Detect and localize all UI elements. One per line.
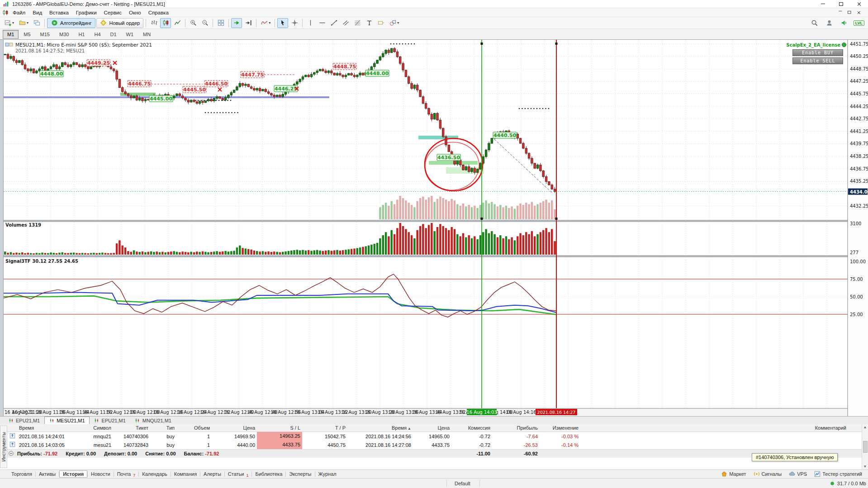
column-header-time2[interactable]: Время▲ xyxy=(347,425,413,431)
window-list-button[interactable] xyxy=(31,18,42,28)
column-header-change[interactable]: Изменение xyxy=(540,425,580,431)
order-button[interactable]: Новый ордер xyxy=(96,18,144,28)
column-header-time[interactable]: Время xyxy=(17,425,81,431)
timeframe-H4[interactable]: H4 xyxy=(90,30,105,39)
chart-shift-button[interactable] xyxy=(243,18,254,28)
price-label-sell[interactable]: 4445.50 xyxy=(183,86,206,93)
crosshair-button[interactable] xyxy=(289,18,300,28)
time-axis[interactable]: 16 Aug 202116 Aug 11:2816 Aug 11:3616 Au… xyxy=(4,408,868,416)
algo-button[interactable]: Алготрейдинг xyxy=(47,18,95,28)
menu-view[interactable]: Вид xyxy=(29,9,46,16)
toolbox-tab-experts[interactable]: Эксперты xyxy=(286,471,314,477)
line-chart-button[interactable] xyxy=(172,18,183,28)
timeframe-W1[interactable]: W1 xyxy=(122,30,138,39)
minimize-button[interactable] xyxy=(814,0,832,8)
column-header-price[interactable]: Цена xyxy=(212,425,257,431)
toolbox-tab-calendar[interactable]: Календарь xyxy=(139,471,171,477)
line-handle[interactable] xyxy=(481,43,483,45)
toolbox-tab-history[interactable]: История xyxy=(59,470,87,478)
profiles-button[interactable]: ▾ xyxy=(17,18,30,28)
column-header-price2[interactable]: Цена xyxy=(413,425,451,431)
column-header-comment[interactable]: Комментарий xyxy=(580,425,868,431)
dock-tab-market[interactable]: Маркет xyxy=(718,470,749,478)
cursor-button[interactable] xyxy=(277,18,288,28)
price-label-buy[interactable]: 4440.50 xyxy=(493,132,517,138)
timeframe-M1[interactable]: M1 xyxy=(3,30,19,39)
timeframe-MN[interactable]: MN xyxy=(138,30,155,39)
toolbox-tab-journal[interactable]: Журнал xyxy=(315,471,340,477)
price-scale[interactable]: 4451.754450.254448.754447.254445.754444.… xyxy=(848,40,868,416)
price-label-sell[interactable]: 4446.50 xyxy=(204,81,228,87)
price-chart-canvas[interactable]: 4448.004449.254446.754445.004445.504446.… xyxy=(4,40,868,416)
chart-tab-epu21-m1-0[interactable]: EPU21,M1 xyxy=(4,417,44,424)
column-header-commission[interactable]: Комиссия xyxy=(451,425,492,431)
menu-insert[interactable]: Вставка xyxy=(46,9,72,16)
dock-tab-signals[interactable]: Сигналы xyxy=(750,470,785,478)
zoom-in-button[interactable] xyxy=(188,18,199,28)
fibonacci-button[interactable] xyxy=(352,18,363,28)
child-restore-icon[interactable] xyxy=(848,11,851,14)
search-button[interactable] xyxy=(809,18,820,28)
instruments-side-tab[interactable]: Инструменты xyxy=(0,426,7,468)
history-row-1[interactable]: 2021.08.16 14:03:05mesu21140732843buy144… xyxy=(0,441,868,449)
channel-button[interactable] xyxy=(340,18,351,28)
auto-scroll-button[interactable] xyxy=(231,18,242,28)
enable-sell-button[interactable]: Enable SELL xyxy=(792,57,843,64)
menu-window[interactable]: Окно xyxy=(125,9,145,16)
price-label-sell[interactable]: 4447.75 xyxy=(241,71,264,78)
toolbox-tab-assets[interactable]: Активы xyxy=(36,471,59,477)
scroll-thumb[interactable] xyxy=(863,441,868,453)
child-close-icon[interactable] xyxy=(857,11,860,14)
line-handle[interactable] xyxy=(555,218,558,220)
zone-band[interactable] xyxy=(429,161,478,165)
toolbox-tab-news[interactable]: Новости xyxy=(88,471,114,477)
timeframe-M5[interactable]: M5 xyxy=(19,30,35,39)
menu-help[interactable]: Справка xyxy=(145,9,172,16)
timeframe-M30[interactable]: M30 xyxy=(55,30,73,39)
label-tool-button[interactable] xyxy=(375,18,386,28)
menu-charts[interactable]: Графики xyxy=(72,9,100,16)
column-header-tp[interactable]: T / P xyxy=(302,425,347,431)
toolbox-tab-company[interactable]: Компания xyxy=(171,471,200,477)
chart-tab-mesu21-m1-1[interactable]: MESU21,M1 xyxy=(44,417,89,424)
bar-chart-button[interactable] xyxy=(148,18,159,28)
shapes-button[interactable]: ▾ xyxy=(387,18,401,28)
column-header-ticket[interactable]: Тикет xyxy=(113,425,150,431)
line-handle[interactable] xyxy=(555,43,558,45)
dock-tab-tester[interactable]: Тестер стратегий xyxy=(811,470,865,478)
column-header-type[interactable]: Тип xyxy=(150,425,176,431)
new-chart-button[interactable]: ▾ xyxy=(2,18,16,28)
toolbox-tab-library[interactable]: Библиотека xyxy=(252,471,285,477)
price-label-buy[interactable]: 4448.00 xyxy=(365,70,389,76)
toolbox-tab-alerts[interactable]: Алерты xyxy=(200,471,224,477)
candle-chart-button[interactable] xyxy=(160,18,171,28)
zoom-out-button[interactable] xyxy=(199,18,210,28)
column-header-symbol[interactable]: Символ xyxy=(81,425,113,431)
price-label-sell[interactable]: 4448.75 xyxy=(333,63,356,70)
menu-file[interactable]: Файл xyxy=(9,9,29,16)
scroll-down-icon[interactable]: ▼ xyxy=(863,464,867,469)
vertical-line-button[interactable] xyxy=(305,18,316,28)
price-label-buy[interactable]: 4445.00 xyxy=(149,95,173,102)
text-tool-button[interactable] xyxy=(364,18,375,28)
indicators-button[interactable]: ▾ xyxy=(259,18,272,28)
lvl-badge[interactable]: LVL xyxy=(854,20,864,26)
notifications-button[interactable] xyxy=(839,18,850,28)
toolbox-tab-trade[interactable]: Торговля xyxy=(8,471,35,477)
table-scrollbar[interactable]: ▲ ▼ xyxy=(862,424,868,469)
timeframe-H1[interactable]: H1 xyxy=(74,30,89,39)
price-label-buy[interactable]: 4448.00 xyxy=(40,71,63,77)
account-button[interactable] xyxy=(824,18,835,28)
child-minimize-icon[interactable] xyxy=(839,11,842,11)
close-button[interactable] xyxy=(850,0,868,8)
price-label-buy[interactable]: 4446.25 xyxy=(274,85,298,92)
menu-service[interactable]: Сервис xyxy=(100,9,125,16)
dock-tab-vps[interactable]: VPS xyxy=(786,470,810,478)
toolbox-tab-articles[interactable]: Статьи1 xyxy=(225,471,252,477)
horizontal-line-button[interactable] xyxy=(317,18,327,28)
column-header-volume[interactable]: Объем xyxy=(176,425,212,431)
column-header-sl[interactable]: S / L xyxy=(257,425,302,431)
tile-windows-button[interactable] xyxy=(215,18,226,28)
price-label-sell[interactable]: 4449.25 xyxy=(87,60,110,66)
maximize-button[interactable] xyxy=(832,0,850,8)
